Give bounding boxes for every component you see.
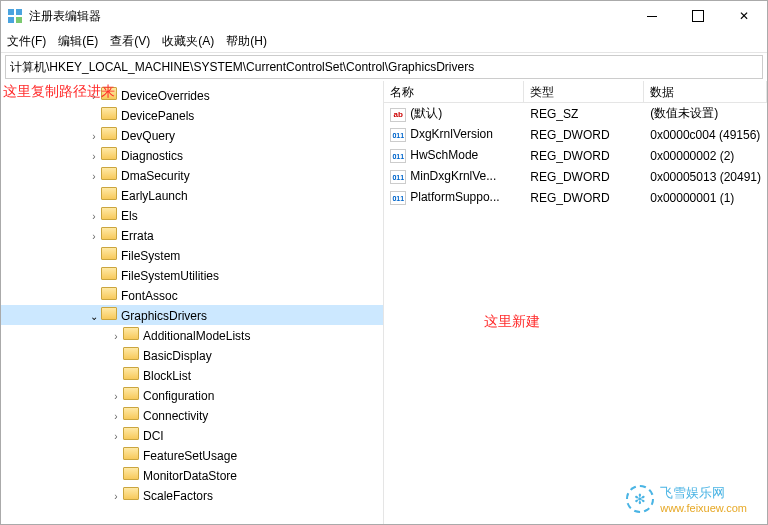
folder-icon [123, 327, 139, 340]
values-pane: 名称 类型 数据 ab(默认)REG_SZ(数值未设置)011DxgKrnlVe… [384, 81, 767, 524]
folder-icon [123, 367, 139, 380]
value-row[interactable]: 011DxgKrnlVersionREG_DWORD0x0000c004 (49… [384, 124, 767, 145]
value-name: MinDxgKrnlVe... [410, 169, 496, 183]
tree-item[interactable]: FontAssoc [1, 285, 383, 305]
maximize-button[interactable] [675, 1, 721, 31]
tree-item-label: DmaSecurity [121, 169, 190, 183]
chevron-right-icon[interactable]: › [87, 231, 101, 242]
chevron-right-icon[interactable]: › [87, 151, 101, 162]
folder-icon [123, 347, 139, 360]
tree-item[interactable]: ⌄GraphicsDrivers [1, 305, 383, 325]
watermark-text: 飞雪娱乐网 www.feixuew.com [660, 484, 747, 514]
snowflake-icon: ✻ [626, 485, 654, 513]
folder-icon [123, 407, 139, 420]
value-name: (默认) [410, 106, 442, 120]
content-area: 这里复制路径进来 ›DeviceOverridesDevicePanels›De… [1, 81, 767, 524]
tree-item[interactable]: BlockList [1, 365, 383, 385]
col-header-type[interactable]: 类型 [524, 81, 644, 102]
folder-icon [101, 187, 117, 200]
folder-icon [101, 307, 117, 320]
value-row[interactable]: 011MinDxgKrnlVe...REG_DWORD0x00005013 (2… [384, 166, 767, 187]
menu-view[interactable]: 查看(V) [110, 33, 150, 50]
tree-item[interactable]: ›AdditionalModeLists [1, 325, 383, 345]
annotation-right: 这里新建 [484, 313, 540, 331]
address-bar[interactable]: 计算机\HKEY_LOCAL_MACHINE\SYSTEM\CurrentCon… [5, 55, 763, 79]
tree-item[interactable]: ›DCI [1, 425, 383, 445]
string-value-icon: ab [390, 108, 406, 122]
value-name: HwSchMode [410, 148, 478, 162]
value-type: REG_DWORD [524, 149, 644, 163]
svg-rect-0 [8, 9, 14, 15]
tree-item[interactable]: FeatureSetUsage [1, 445, 383, 465]
folder-icon [101, 207, 117, 220]
value-type: REG_DWORD [524, 170, 644, 184]
values-list[interactable]: ab(默认)REG_SZ(数值未设置)011DxgKrnlVersionREG_… [384, 103, 767, 524]
tree-item-label: Els [121, 209, 138, 223]
chevron-right-icon[interactable]: › [109, 331, 123, 342]
titlebar[interactable]: 注册表编辑器 [1, 1, 767, 31]
tree-item-label: FontAssoc [121, 289, 178, 303]
tree-item-label: MonitorDataStore [143, 469, 237, 483]
tree-item-label: Connectivity [143, 409, 208, 423]
close-button[interactable] [721, 1, 767, 31]
menu-favorites[interactable]: 收藏夹(A) [162, 33, 214, 50]
value-data: (数值未设置) [644, 105, 767, 122]
chevron-right-icon[interactable]: › [109, 391, 123, 402]
tree-item-label: AdditionalModeLists [143, 329, 250, 343]
folder-icon [101, 247, 117, 260]
folder-icon [101, 287, 117, 300]
tree-item[interactable]: ›DmaSecurity [1, 165, 383, 185]
tree-item[interactable]: DevicePanels [1, 105, 383, 125]
tree-item[interactable]: BasicDisplay [1, 345, 383, 365]
tree-item-label: DevicePanels [121, 109, 194, 123]
chevron-right-icon[interactable]: › [87, 211, 101, 222]
chevron-right-icon[interactable]: › [87, 171, 101, 182]
dword-value-icon: 011 [390, 191, 406, 205]
col-header-data[interactable]: 数据 [644, 81, 767, 102]
folder-icon [101, 267, 117, 280]
tree-item[interactable]: ›ScaleFactors [1, 485, 383, 505]
col-header-name[interactable]: 名称 [384, 81, 524, 102]
minimize-button[interactable] [629, 1, 675, 31]
registry-editor-window: 注册表编辑器 文件(F) 编辑(E) 查看(V) 收藏夹(A) 帮助(H) 计算… [0, 0, 768, 525]
value-row[interactable]: ab(默认)REG_SZ(数值未设置) [384, 103, 767, 124]
dword-value-icon: 011 [390, 149, 406, 163]
folder-icon [101, 167, 117, 180]
chevron-down-icon[interactable]: ⌄ [87, 311, 101, 322]
tree-item-label: Diagnostics [121, 149, 183, 163]
value-row[interactable]: 011PlatformSuppo...REG_DWORD0x00000001 (… [384, 187, 767, 208]
folder-icon [101, 147, 117, 160]
tree-item[interactable]: ›Diagnostics [1, 145, 383, 165]
tree-item[interactable]: ›Configuration [1, 385, 383, 405]
list-header: 名称 类型 数据 [384, 81, 767, 103]
tree-item[interactable]: FileSystem [1, 245, 383, 265]
tree-item[interactable]: FileSystemUtilities [1, 265, 383, 285]
chevron-right-icon[interactable]: › [109, 431, 123, 442]
tree-item[interactable]: ›Connectivity [1, 405, 383, 425]
tree-item[interactable]: ›Els [1, 205, 383, 225]
window-title: 注册表编辑器 [29, 8, 629, 25]
tree-pane[interactable]: ›DeviceOverridesDevicePanels›DevQuery›Di… [1, 81, 384, 524]
chevron-right-icon[interactable]: › [109, 491, 123, 502]
tree-item[interactable]: EarlyLaunch [1, 185, 383, 205]
window-controls [629, 1, 767, 31]
tree-item[interactable]: ›Errata [1, 225, 383, 245]
svg-rect-3 [16, 17, 22, 23]
tree-item[interactable]: MonitorDataStore [1, 465, 383, 485]
menu-file[interactable]: 文件(F) [7, 33, 46, 50]
value-data: 0x00000002 (2) [644, 149, 767, 163]
menu-edit[interactable]: 编辑(E) [58, 33, 98, 50]
tree-item-label: DevQuery [121, 129, 175, 143]
tree-item-label: FileSystemUtilities [121, 269, 219, 283]
folder-icon [101, 227, 117, 240]
dword-value-icon: 011 [390, 128, 406, 142]
folder-icon [123, 387, 139, 400]
tree-item[interactable]: ›DevQuery [1, 125, 383, 145]
chevron-right-icon[interactable]: › [87, 131, 101, 142]
svg-rect-1 [16, 9, 22, 15]
chevron-right-icon[interactable]: › [109, 411, 123, 422]
folder-icon [123, 447, 139, 460]
value-row[interactable]: 011HwSchModeREG_DWORD0x00000002 (2) [384, 145, 767, 166]
menu-help[interactable]: 帮助(H) [226, 33, 267, 50]
value-data: 0x00000001 (1) [644, 191, 767, 205]
